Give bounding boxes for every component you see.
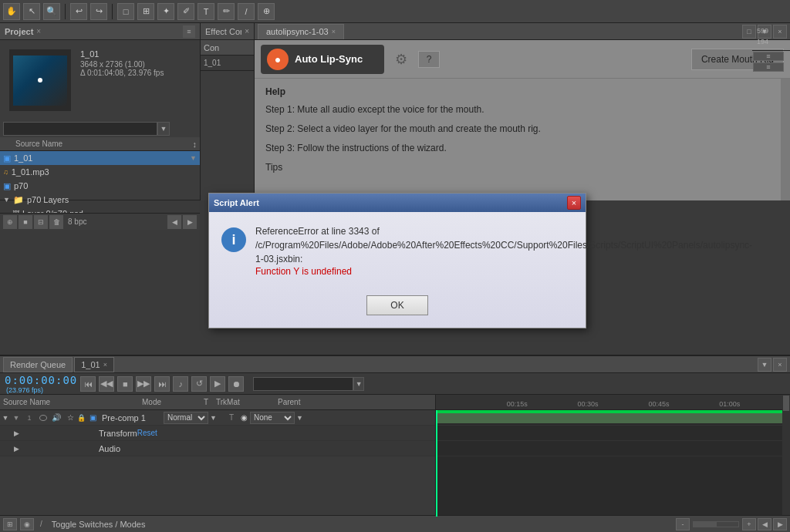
dialog-content: i ReferenceError at line 3343 of /c/Prog…: [209, 212, 586, 289]
info-icon-text: i: [231, 232, 235, 248]
script-alert-dialog: Script Alert × i ReferenceError at line …: [208, 193, 586, 328]
dialog-button-area: OK: [209, 289, 586, 328]
dialog-ok-btn[interactable]: OK: [366, 295, 428, 315]
dialog-message-1: ReferenceError at line 3343 of: [255, 224, 752, 238]
dialog-error-message: Function Y is undefined: [255, 266, 752, 277]
dialog-message-2: /c/Program%20Files/Adobe/Adobe%20After%2…: [255, 238, 752, 266]
dialog-info-icon: i: [221, 227, 246, 252]
dialog-title: Script Alert: [214, 198, 259, 207]
dialog-message: ReferenceError at line 3343 of /c/Progra…: [255, 224, 752, 277]
dialog-overlay: Script Alert × i ReferenceError at line …: [0, 0, 790, 532]
dialog-titlebar: Script Alert ×: [209, 194, 586, 212]
dialog-close-btn[interactable]: ×: [567, 196, 581, 210]
